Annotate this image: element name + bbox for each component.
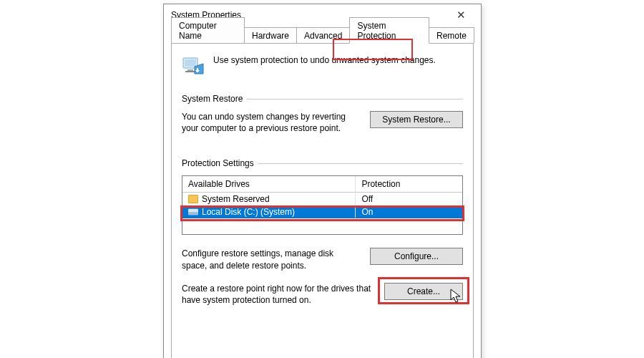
system-protection-icon: [182, 54, 205, 77]
folder-icon: [188, 195, 198, 203]
create-button[interactable]: Create...: [384, 283, 463, 300]
tab-advanced[interactable]: Advanced: [296, 27, 350, 43]
drives-header: Available Drives Protection: [182, 176, 462, 193]
configure-button[interactable]: Configure...: [370, 248, 463, 265]
svg-rect-1: [185, 59, 196, 67]
configure-desc: Configure restore settings, manage disk …: [182, 248, 358, 271]
tab-system-protection[interactable]: System Protection: [349, 17, 429, 44]
drive-cell-protection: Off: [356, 193, 462, 205]
group-system-restore: System Restore: [182, 94, 463, 104]
intro-text: Use system protection to undo unwanted s…: [213, 54, 436, 65]
divider: [258, 163, 463, 164]
system-restore-desc: You can undo system changes by reverting…: [182, 111, 358, 134]
close-icon: ✕: [457, 9, 466, 21]
drive-name: Local Disk (C:) (System): [202, 207, 295, 217]
drive-cell-name: System Reserved: [182, 193, 356, 205]
group-protection-settings: Protection Settings: [182, 158, 463, 168]
configure-row: Configure restore settings, manage disk …: [182, 248, 463, 271]
create-desc: Create a restore point right now for the…: [182, 283, 373, 306]
disk-icon: [188, 208, 198, 216]
svg-rect-2: [187, 69, 193, 71]
system-restore-button[interactable]: System Restore...: [370, 111, 463, 128]
drive-row-local-disk-c[interactable]: Local Disk (C:) (System) On: [182, 205, 462, 218]
intro-row: Use system protection to undo unwanted s…: [182, 54, 463, 77]
close-button[interactable]: ✕: [445, 5, 477, 25]
create-row: Create a restore point right now for the…: [182, 283, 463, 306]
tab-remote[interactable]: Remote: [429, 27, 474, 43]
drive-name: System Reserved: [202, 194, 270, 204]
tab-strip: Computer Name Hardware Advanced System P…: [164, 26, 481, 43]
tab-computer-name[interactable]: Computer Name: [171, 17, 245, 43]
tab-panel: Use system protection to undo unwanted s…: [171, 43, 474, 358]
svg-rect-5: [188, 212, 198, 215]
col-available-drives: Available Drives: [182, 176, 356, 192]
system-properties-dialog: System Properties ✕ Computer Name Hardwa…: [163, 4, 482, 358]
drive-row-system-reserved[interactable]: System Reserved Off: [182, 193, 462, 205]
drives-table: Available Drives Protection System Reser…: [182, 175, 463, 235]
group-system-restore-label: System Restore: [182, 94, 243, 104]
system-restore-row: You can undo system changes by reverting…: [182, 111, 463, 134]
drive-cell-name: Local Disk (C:) (System): [182, 206, 356, 218]
drive-cell-protection: On: [356, 206, 462, 218]
divider: [247, 99, 463, 100]
group-protection-settings-label: Protection Settings: [182, 158, 254, 168]
tab-hardware[interactable]: Hardware: [244, 27, 297, 43]
col-protection: Protection: [356, 176, 462, 192]
svg-rect-3: [185, 71, 195, 72]
